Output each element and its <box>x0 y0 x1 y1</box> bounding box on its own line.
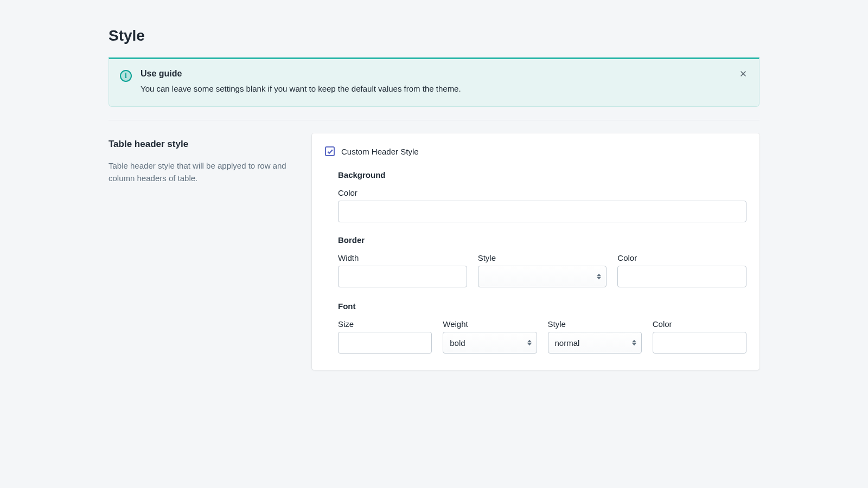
page-title: Style <box>108 27 760 44</box>
font-size-input[interactable] <box>338 332 432 354</box>
border-row: Width Style <box>338 253 746 287</box>
info-icon: i <box>120 70 132 82</box>
font-size-label: Size <box>338 319 432 329</box>
font-weight-label: Weight <box>443 319 537 329</box>
font-heading: Font <box>338 301 746 311</box>
font-weight-field: Weight bold <box>443 319 537 354</box>
banner-text: You can leave some settings blank if you… <box>141 83 748 94</box>
font-style-select[interactable]: normal <box>548 332 642 354</box>
border-heading: Border <box>338 235 746 245</box>
border-width-input[interactable] <box>338 266 467 287</box>
background-color-label: Color <box>338 188 746 197</box>
border-color-label: Color <box>617 253 746 262</box>
font-color-input[interactable] <box>653 332 746 354</box>
section-description: Table header style that will be applyed … <box>108 159 296 185</box>
banner-content: Use guide You can leave some settings bl… <box>141 69 748 94</box>
background-color-field: Color <box>338 188 746 222</box>
close-icon[interactable] <box>737 68 749 80</box>
custom-header-style-row: Custom Header Style <box>325 146 746 156</box>
font-color-label: Color <box>653 319 746 329</box>
subform: Background Color Border Width Style <box>325 170 746 354</box>
section-side: Table header style Table header style th… <box>108 133 296 185</box>
font-style-label: Style <box>548 319 642 329</box>
table-header-style-section: Table header style Table header style th… <box>108 133 760 370</box>
font-color-field: Color <box>653 319 746 354</box>
border-width-field: Width <box>338 253 467 287</box>
custom-header-style-label[interactable]: Custom Header Style <box>341 147 419 156</box>
use-guide-banner: i Use guide You can leave some settings … <box>108 57 760 107</box>
divider <box>108 120 760 120</box>
section-heading: Table header style <box>108 139 296 150</box>
border-style-select[interactable] <box>478 266 607 287</box>
settings-card: Custom Header Style Background Color Bor… <box>312 133 760 370</box>
border-color-input[interactable] <box>617 266 746 287</box>
background-heading: Background <box>338 170 746 179</box>
banner-title: Use guide <box>141 69 748 79</box>
border-width-label: Width <box>338 253 467 262</box>
font-row: Size Weight bold <box>338 319 746 354</box>
border-style-field: Style <box>478 253 607 287</box>
page-container: Style i Use guide You can leave some set… <box>0 0 868 391</box>
font-size-field: Size <box>338 319 432 354</box>
border-style-label: Style <box>478 253 607 262</box>
border-color-field: Color <box>617 253 746 287</box>
background-color-input[interactable] <box>338 201 746 222</box>
custom-header-style-checkbox[interactable] <box>325 146 335 156</box>
font-weight-select[interactable]: bold <box>443 332 537 354</box>
font-style-field: Style normal <box>548 319 642 354</box>
